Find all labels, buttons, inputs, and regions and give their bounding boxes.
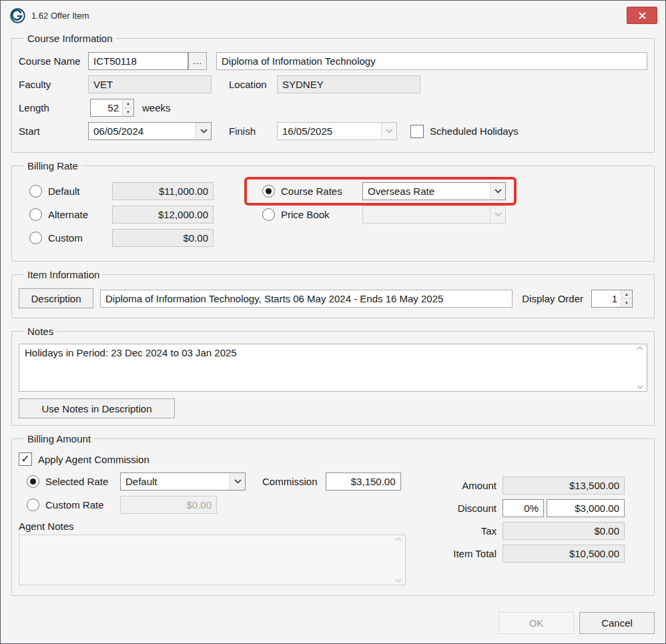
length-value: 52 [91,99,122,116]
item-information-row: Description Diploma of Information Techn… [19,288,647,308]
default-radio-label: Default [48,186,112,197]
custom-radio[interactable] [29,232,42,244]
apply-commission-label: Apply Agent Commission [38,454,149,465]
finish-date-value: 16/05/2025 [278,123,381,139]
course-name-label: Course Name [19,55,88,67]
description-field[interactable]: Diploma of Information Technology, Start… [100,290,513,308]
price-book-radio[interactable] [262,208,275,221]
close-button[interactable] [627,7,657,24]
notes-text: Holidays in Period: 23 Dec 2024 to 03 Ja… [25,347,237,358]
custom-rate-radio[interactable] [27,499,39,511]
scroll-down-icon [395,579,402,583]
selected-rate-dropdown[interactable]: Default [120,472,246,491]
item-total-field: $10,500.00 [503,545,625,563]
notes-textarea[interactable]: Holidays in Period: 23 Dec 2024 to 03 Ja… [19,344,647,392]
agent-notes-scrollbar [394,537,403,583]
scroll-up-icon [395,537,402,541]
discount-percent-field[interactable]: 0% [503,499,544,517]
commission-field[interactable]: $3,150.00 [326,472,401,491]
faculty-label: Faculty [19,79,88,90]
course-rates-dropdown-button[interactable] [490,183,505,200]
titlebar: 1.62 Offer Item [1,1,665,30]
course-rates-dropdown[interactable]: Overseas Rate [362,182,506,200]
faculty-field: VET [88,75,212,93]
start-date-value: 06/05/2024 [89,123,196,139]
agent-notes-textarea [19,535,406,585]
course-rates-radio[interactable] [262,185,275,198]
finish-label: Finish [229,125,277,137]
alternate-rate-row: Alternate $12,000.00 [19,206,230,224]
location-field: SYDNEY [277,75,420,93]
tax-field: $0.00 [503,522,625,540]
radio-dot [266,188,272,194]
billing-rate-left: Default $11,000.00 Alternate $12,000.00 … [19,177,230,252]
length-stepper[interactable]: 52 ▲ ▼ [90,99,134,117]
custom-rate-row: Custom $0.00 [19,229,230,247]
cancel-button[interactable]: Cancel [579,612,655,634]
custom-rate-field: $0.00 [112,229,214,247]
alternate-radio-label: Alternate [48,209,112,220]
description-button[interactable]: Description [19,288,93,308]
course-name-input[interactable]: ICT50118 [88,52,188,70]
scroll-up-icon[interactable] [637,346,643,350]
start-dropdown-button[interactable] [196,123,211,139]
amount-field: $13,500.00 [503,476,625,495]
discount-label: Discount [438,503,496,514]
tax-label: Tax [438,525,496,537]
offer-item-dialog: 1.62 Offer Item Course Information Cours… [0,0,666,644]
billing-rate-right: Course Rates Overseas Rate Price Book [252,177,506,229]
start-date-dropdown[interactable]: 06/05/2024 [88,122,212,140]
display-order-value: 1 [592,290,621,307]
notes-scrollbar [635,346,645,389]
finish-date-dropdown: 16/05/2025 [277,122,397,140]
course-rates-value: Overseas Rate [363,183,490,200]
selected-rate-dropdown-button[interactable] [230,473,245,490]
billing-rate-body: Default $11,000.00 Alternate $12,000.00 … [19,174,647,252]
item-total-row: Item Total $10,500.00 [438,545,625,563]
chevron-down-icon [494,212,502,217]
spinner-down-icon[interactable]: ▼ [123,108,133,116]
length-stepper-buttons: ▲ ▼ [122,99,133,116]
spinner-up-icon[interactable]: ▲ [621,290,632,299]
chevron-down-icon [234,479,242,484]
scroll-down-icon[interactable] [637,385,643,389]
course-title-field[interactable]: Diploma of Information Technology [216,52,647,70]
footer: OK Cancel [11,607,655,634]
amount-row: Amount $13,500.00 [438,476,625,495]
discount-amount-field[interactable]: $3,000.00 [547,499,625,517]
spinner-up-icon[interactable]: ▲ [123,99,133,108]
course-browse-button[interactable]: ... [188,52,207,70]
close-icon [639,12,646,19]
selected-rate-label: Selected Rate [45,476,120,487]
custom-rate-field: $0.00 [120,496,217,514]
default-radio[interactable] [29,185,42,198]
alternate-radio[interactable] [29,208,42,221]
notes-legend: Notes [24,326,57,337]
course-information-legend: Course Information [24,33,116,44]
item-information-group: Item Information Description Diploma of … [11,269,655,318]
custom-rate-label: Custom Rate [45,499,120,511]
start-label: Start [19,125,88,137]
radio-dot [30,478,36,485]
apply-commission-checkbox[interactable]: ✓ [19,452,32,466]
course-information-group: Course Information Course Name ICT50118 … [11,33,655,153]
course-name-row: Course Name ICT50118 ... Diploma of Info… [19,52,647,70]
ok-button: OK [498,612,574,634]
checkmark-icon: ✓ [21,454,29,464]
display-order-stepper[interactable]: 1 ▲ ▼ [591,290,633,308]
billing-amount-group: Billing Amount ✓ Apply Agent Commission … [11,433,655,596]
billing-rate-legend: Billing Rate [24,160,81,172]
display-order-label: Display Order [522,293,583,304]
spinner-down-icon[interactable]: ▼ [621,299,632,307]
selected-rate-radio[interactable] [27,475,39,488]
notes-group: Notes Holidays in Period: 23 Dec 2024 to… [11,326,655,426]
chevron-down-icon [386,129,393,133]
price-book-row: Price Book [252,206,506,224]
use-notes-button[interactable]: Use Notes in Description [19,398,175,418]
finish-dropdown-button [381,123,396,139]
tax-row: Tax $0.00 [438,522,625,540]
item-total-label: Item Total [438,548,496,559]
course-rates-row: Course Rates Overseas Rate [252,182,506,200]
scheduled-holidays-checkbox[interactable] [410,125,424,138]
scheduled-holidays-label: Scheduled Holidays [430,125,519,137]
